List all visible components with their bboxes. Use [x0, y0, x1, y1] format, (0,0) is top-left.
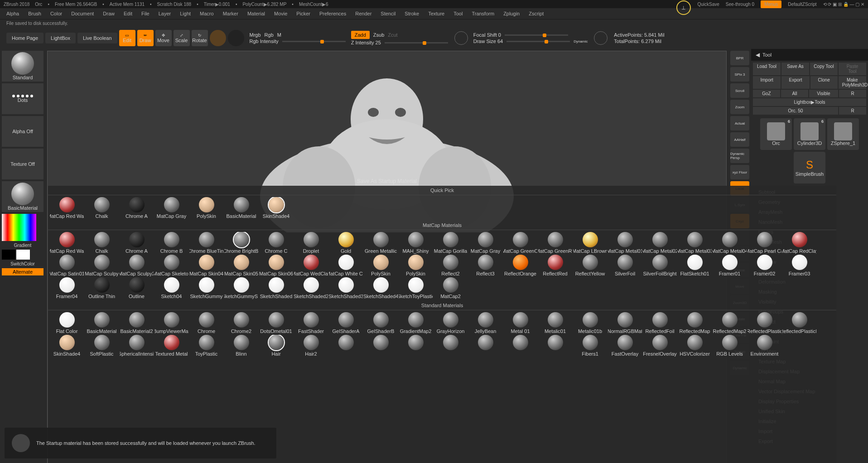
material-basicmaterial[interactable]: BasicMaterial — [85, 312, 119, 334]
menu-edit[interactable]: Edit — [124, 11, 132, 16]
menus-button[interactable]: Menus — [761, 0, 781, 8]
draw-size-slider[interactable] — [506, 41, 570, 42]
menu-picker[interactable]: Picker — [296, 11, 310, 16]
material-gelshadera[interactable]: GelShaderA — [329, 312, 363, 334]
copy-tool-button[interactable]: Copy Tool — [810, 63, 838, 75]
tool-cylinder3d[interactable]: Cylinder3D — [794, 118, 825, 150]
material-reflectred[interactable]: ReflectRed — [538, 255, 572, 276]
material-sketchshaded3[interactable]: SketchShaded3 — [329, 277, 363, 299]
lightbox-tools-button[interactable]: Lightbox▶Tools — [753, 98, 866, 106]
material-fastoverlay[interactable]: FastOverlay — [608, 335, 642, 357]
material-sketchgummysh[interactable]: SketchGummySh — [224, 277, 258, 299]
material-environment[interactable]: Environment — [747, 335, 781, 357]
material-reflectedplastice[interactable]: ReflectedPlasticE — [782, 312, 816, 334]
material-matcap-red-wax[interactable]: MatCap Red Wax — [50, 197, 84, 219]
material-chrome-a[interactable]: Chrome A — [120, 197, 154, 219]
material-chrome-c[interactable]: Chrome C — [259, 232, 293, 254]
material-reflect3[interactable]: Reflect3 — [468, 255, 502, 276]
save-as-button[interactable]: Save As — [781, 63, 809, 75]
material-framer03[interactable]: Framer03 — [782, 255, 816, 276]
material-silverfoil[interactable]: SilverFoil — [608, 255, 642, 276]
import-button[interactable]: Import — [753, 76, 781, 89]
alpha-preview[interactable]: Alpha Off — [2, 116, 43, 147]
menu-file[interactable]: File — [141, 11, 149, 16]
tool-orc[interactable]: Orc — [760, 118, 792, 150]
material-polyskin[interactable]: PolySkin — [364, 255, 398, 276]
material-gold[interactable]: Gold — [329, 232, 363, 254]
material-matcap-metal04[interactable]: MatCap Metal04 — [713, 232, 747, 254]
material-fresneloverlay[interactable]: FresnelOverlay — [643, 335, 677, 357]
right-icon-scroll[interactable]: Scroll — [730, 83, 749, 98]
right-icon-zoom[interactable]: Zoom — [730, 100, 749, 114]
material-[interactable] — [399, 335, 433, 357]
material-sketchshaded4[interactable]: SketchShaded4 — [364, 277, 398, 299]
s-dial-icon[interactable] — [454, 31, 468, 45]
material-matcap-metal02[interactable]: MatCap Metal02 — [643, 232, 677, 254]
material-hair[interactable]: Hair — [259, 335, 293, 357]
visible-button[interactable]: Visible — [809, 90, 838, 97]
material-reflectorange[interactable]: ReflectOrange — [503, 255, 537, 276]
material-matcap-gray[interactable]: MatCap Gray — [154, 197, 188, 219]
d-dial-icon[interactable] — [594, 31, 608, 45]
goz-button[interactable]: GoZ — [753, 90, 780, 97]
r2-button[interactable]: R — [839, 107, 866, 115]
move-mode-button[interactable]: ✥Move — [155, 30, 172, 46]
material-reflectyellow[interactable]: ReflectYellow — [573, 255, 607, 276]
right-icon-actual[interactable]: Actual — [730, 116, 749, 130]
material-softplastic[interactable]: SoftPlastic — [85, 335, 119, 357]
material-chrome-bluetint[interactable]: Chrome BlueTint — [189, 232, 223, 254]
material-jellybean[interactable]: JellyBean — [468, 312, 502, 334]
material-basicmaterial[interactable]: BasicMaterial — [224, 197, 258, 219]
material-sketch04[interactable]: Sketch04 — [154, 277, 188, 299]
material-fibers1[interactable]: Fibers1 — [573, 335, 607, 357]
stroke-preview[interactable]: Dots — [2, 83, 43, 114]
material-polyskin[interactable]: PolySkin — [189, 197, 223, 219]
material-reflectedplastic[interactable]: ReflectedPlastic — [747, 312, 781, 334]
focal-shift-slider[interactable] — [505, 34, 568, 36]
material-matcap-red-wax[interactable]: MatCap Red Wax — [50, 232, 84, 254]
switch-color-button[interactable]: SwitchColor — [2, 261, 43, 266]
menu-preferences[interactable]: Preferences — [319, 11, 346, 16]
material-sketchtoyplastic[interactable]: SketchToyPlastic — [399, 277, 433, 299]
export-button[interactable]: Export — [781, 76, 809, 89]
right-icon-spix-3[interactable]: SPix 3 — [730, 67, 749, 82]
material-[interactable] — [364, 335, 398, 357]
brush-preview[interactable]: Standard — [2, 51, 43, 82]
right-icon-dynamic-persp[interactable]: Dynamic Persp — [730, 149, 749, 163]
lightbox-button[interactable]: LightBox — [45, 33, 76, 43]
material-matcap-metal01[interactable]: MatCap Metal01 — [608, 232, 642, 254]
color-picker[interactable] — [2, 214, 36, 241]
swatch-white[interactable] — [16, 250, 30, 260]
material-matcap-sculpy[interactable]: MatCap Sculpy — [85, 255, 119, 276]
material-dotsometal01[interactable]: DotsOmetal01 — [259, 312, 293, 334]
material-outline-thin[interactable]: Outline Thin — [85, 277, 119, 299]
material-metalic01[interactable]: Metalic01 — [538, 312, 572, 334]
material-rgb-levels[interactable]: RGB Levels — [713, 335, 747, 357]
r-button[interactable]: R — [839, 90, 866, 97]
material-droplet[interactable]: Droplet — [294, 232, 328, 254]
tool-panel-header[interactable]: ◀ Tool — [751, 49, 868, 61]
scale-mode-button[interactable]: ⤢Scale — [174, 30, 190, 46]
seethrough-slider[interactable]: See-through 0 — [726, 2, 754, 7]
brush-dark-icon[interactable] — [228, 30, 244, 46]
right-icon-bpr[interactable]: BPR — [730, 51, 749, 65]
material-grayhorizon[interactable]: GrayHorizon — [434, 312, 468, 334]
material-chalk[interactable]: Chalk — [85, 232, 119, 254]
menu-transform[interactable]: Transform — [472, 11, 494, 16]
rgb-intensity-slider[interactable] — [282, 41, 346, 42]
material-matcap-white-ca[interactable]: MatCap White Ca — [329, 255, 363, 276]
material-sketchshaded2[interactable]: SketchShaded2 — [294, 277, 328, 299]
material-framer01[interactable]: Framer01 — [713, 255, 747, 276]
menu-layer[interactable]: Layer — [159, 11, 171, 16]
material-chrome2[interactable]: Chrome2 — [224, 312, 258, 334]
material-matcap-lbrown[interactable]: MatCap LBrown — [573, 232, 607, 254]
material-preview[interactable]: BasicMaterial — [2, 181, 43, 212]
material-reflectedmap2[interactable]: ReflectedMap2 — [713, 312, 747, 334]
material-outline[interactable]: Outline — [120, 277, 154, 299]
material-gelshaderb[interactable]: GelShaderB — [364, 312, 398, 334]
menu-material[interactable]: Material — [247, 11, 265, 16]
z-intensity-slider[interactable] — [385, 42, 448, 43]
all-button[interactable]: All — [781, 90, 808, 97]
material-matcap-skin04[interactable]: MatCap Skin04 — [189, 255, 223, 276]
livebool-button[interactable]: Live Boolean — [77, 33, 117, 43]
